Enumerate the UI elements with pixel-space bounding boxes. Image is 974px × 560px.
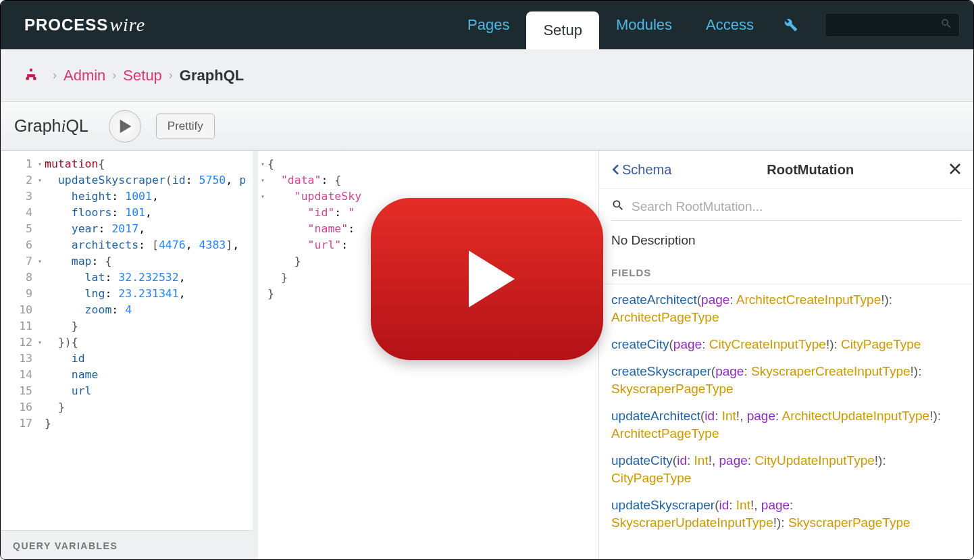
top-navigation-bar: PROCESSwire Pages Setup Modules Access <box>1 1 973 49</box>
docs-search <box>599 189 973 225</box>
docs-back-button[interactable]: Schema <box>611 162 671 178</box>
nav-pages[interactable]: Pages <box>451 1 526 49</box>
breadcrumb-setup[interactable]: Setup <box>123 67 162 84</box>
fields-list: createArchitect(page: ArchitectCreateInp… <box>599 284 973 548</box>
execute-button[interactable] <box>109 110 141 143</box>
fields-heading: FIELDS <box>599 260 973 284</box>
field-item[interactable]: updateArchitect(id: Int!, page: Architec… <box>611 407 961 442</box>
docs-explorer: Schema RootMutation No Description FIELD… <box>598 151 973 560</box>
breadcrumb-admin[interactable]: Admin <box>63 67 105 84</box>
sitemap-icon[interactable] <box>24 68 38 84</box>
docs-title: RootMutation <box>767 162 854 178</box>
search-icon <box>940 18 952 32</box>
close-icon[interactable] <box>949 160 961 179</box>
docs-description: No Description <box>599 225 973 260</box>
field-item[interactable]: createArchitect(page: ArchitectCreateInp… <box>611 291 961 326</box>
graphiql-toolbar: GraphiQL Prettify <box>1 102 973 151</box>
docs-search-input[interactable] <box>632 199 961 214</box>
play-icon <box>469 251 515 307</box>
query-editor[interactable]: 1234567891011121314151617 ▾▾▾▾ mutation{… <box>1 151 253 530</box>
breadcrumb-current: GraphQL <box>180 67 244 84</box>
nav-setup[interactable]: Setup <box>526 11 599 49</box>
breadcrumb: › Admin › Setup › GraphQL <box>1 49 973 102</box>
query-editor-pane: 1234567891011121314151617 ▾▾▾▾ mutation{… <box>1 151 258 560</box>
youtube-play-overlay[interactable] <box>371 198 603 360</box>
primary-nav: Pages Setup Modules Access <box>451 1 811 49</box>
query-variables-toggle[interactable]: Query Variables <box>1 530 253 560</box>
field-item[interactable]: createCity(page: CityCreateInputType!): … <box>611 336 961 353</box>
field-item[interactable]: createSkyscraper(page: SkyscraperCreateI… <box>611 363 961 398</box>
nav-modules[interactable]: Modules <box>599 1 689 49</box>
field-item[interactable]: updateSkyscraper(id: Int!, page: Skyscra… <box>611 497 961 532</box>
global-search <box>825 1 960 49</box>
prettify-button[interactable]: Prettify <box>156 113 215 139</box>
search-input[interactable] <box>825 13 960 37</box>
wrench-icon[interactable] <box>771 1 811 49</box>
search-icon <box>611 199 625 215</box>
nav-access[interactable]: Access <box>689 1 771 49</box>
field-item[interactable]: updateCity(id: Int!, page: CityUpdateInp… <box>611 452 961 487</box>
svg-rect-0 <box>30 68 32 70</box>
graphiql-logo: GraphiQL <box>14 116 88 136</box>
svg-rect-1 <box>26 77 29 80</box>
processwire-logo: PROCESSwire <box>24 1 145 49</box>
svg-rect-2 <box>33 77 36 80</box>
